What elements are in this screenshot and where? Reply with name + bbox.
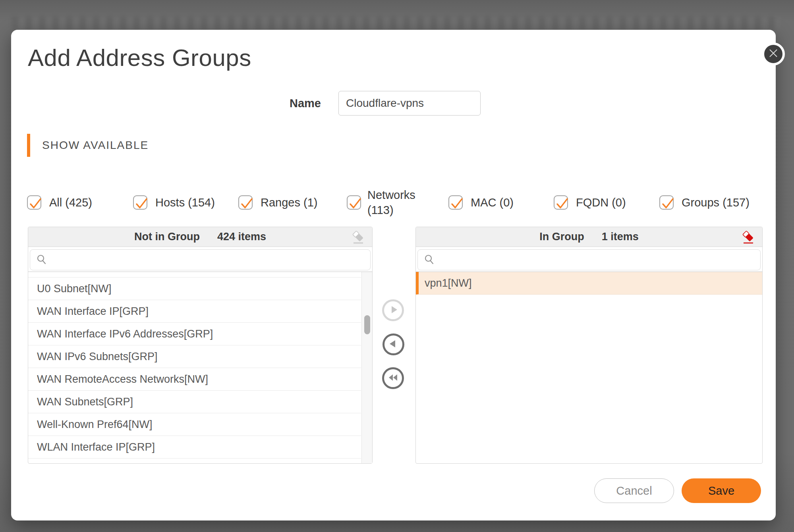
filter-label: Hosts (154) [155, 196, 215, 209]
filter-checkbox-ranges[interactable]: Ranges (1) [238, 195, 317, 210]
panel-item-count: 424 items [217, 231, 266, 243]
filter-label: Ranges (1) [261, 196, 317, 209]
eraser-icon [351, 239, 366, 246]
filter-checkbox-mac[interactable]: MAC (0) [448, 195, 514, 210]
section-accent-bar [27, 134, 30, 157]
screen-backdrop: Add Address Groups Name SHOW AVAILABLE A… [0, 0, 794, 532]
section-header: SHOW AVAILABLE [42, 134, 149, 157]
name-field-label: Name [234, 91, 321, 116]
eraser-icon-red [741, 239, 756, 246]
in-group-panel: In Group 1 items [415, 227, 763, 464]
list-item[interactable]: WAN RemoteAccess Networks[NW] [28, 368, 361, 391]
not-in-group-panel: Not in Group 424 items [28, 227, 373, 464]
not-in-group-search [30, 249, 371, 270]
in-group-header: In Group 1 items [416, 227, 762, 247]
list-item[interactable]: WAN IPv6 Subnets[GRP] [28, 345, 361, 368]
move-left-button[interactable] [383, 333, 404, 355]
filter-checkbox-fqdn[interactable]: FQDN (0) [554, 195, 626, 210]
move-all-left-button[interactable] [382, 367, 404, 389]
filter-label: All (425) [49, 196, 92, 209]
search-icon [36, 254, 47, 267]
list-item-partial[interactable] [28, 272, 361, 278]
checkbox-checked-icon[interactable] [347, 195, 361, 210]
filter-checkbox-all[interactable]: All (425) [27, 195, 92, 210]
save-button[interactable]: Save [682, 478, 761, 503]
in-group-list: vpn1[NW] [416, 272, 762, 463]
scrollbar-track [361, 272, 372, 463]
list-item[interactable]: WAN Interface IP[GRP] [28, 300, 361, 323]
checkbox-checked-icon[interactable] [27, 195, 41, 210]
list-item[interactable]: Well-Known Pref64[NW] [28, 413, 361, 436]
search-input[interactable] [417, 249, 761, 270]
checkbox-checked-icon[interactable] [448, 195, 463, 210]
list-item-selected[interactable]: vpn1[NW] [416, 272, 762, 295]
scrollbar-thumb[interactable] [364, 315, 370, 334]
panel-title: Not in Group [134, 231, 200, 243]
close-icon [767, 47, 779, 61]
panel-title: In Group [539, 231, 584, 243]
checkbox-checked-icon[interactable] [659, 195, 674, 210]
in-group-search [417, 249, 761, 270]
search-input[interactable] [30, 249, 371, 270]
list-item[interactable]: WAN Subnets[GRP] [28, 391, 361, 413]
page-title: Add Address Groups [28, 43, 251, 73]
add-address-groups-modal: Add Address Groups Name SHOW AVAILABLE A… [11, 30, 776, 520]
remove-all-button[interactable] [741, 230, 756, 245]
list-item[interactable]: U0 Subnet[NW] [28, 278, 361, 300]
checkbox-checked-icon[interactable] [238, 195, 253, 210]
filter-label: Networks (113) [367, 187, 419, 218]
filter-label: MAC (0) [471, 196, 514, 209]
not-in-group-list: U0 Subnet[NW] WAN Interface IP[GRP] WAN … [28, 272, 372, 463]
close-button[interactable] [762, 42, 785, 66]
clear-selection-button[interactable] [351, 230, 366, 245]
not-in-group-header: Not in Group 424 items [28, 227, 372, 247]
filter-label: Groups (157) [682, 196, 750, 209]
checkbox-checked-icon[interactable] [133, 195, 147, 210]
filter-label: FQDN (0) [576, 196, 626, 209]
name-input[interactable] [338, 91, 481, 116]
arrow-right-icon [386, 303, 400, 318]
list-item[interactable]: WLAN Interface IP[GRP] [28, 436, 361, 459]
filter-checkbox-groups[interactable]: Groups (157) [659, 195, 750, 210]
search-icon [424, 254, 435, 267]
move-right-button[interactable] [382, 299, 404, 321]
panel-item-count: 1 items [602, 231, 639, 243]
double-arrow-left-icon [386, 370, 400, 386]
list-item[interactable]: WAN Interface IPv6 Addresses[GRP] [28, 323, 361, 345]
checkbox-checked-icon[interactable] [554, 195, 568, 210]
filter-checkbox-networks[interactable]: Networks (113) [347, 187, 419, 218]
cancel-button[interactable]: Cancel [594, 478, 674, 503]
arrow-left-icon [386, 337, 401, 353]
background-page-blur [12, 17, 782, 30]
filter-checkbox-hosts[interactable]: Hosts (154) [133, 195, 215, 210]
